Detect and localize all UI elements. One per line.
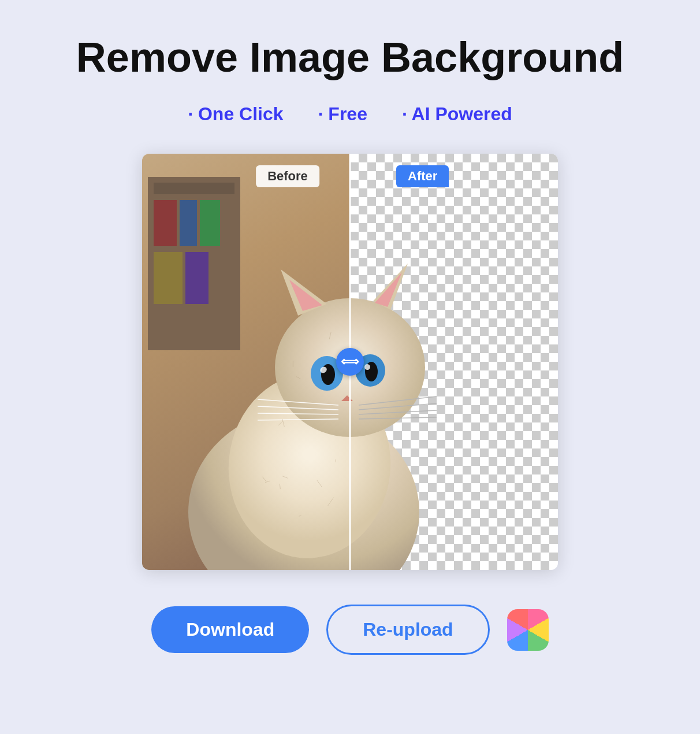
colors-button[interactable]	[507, 609, 549, 651]
drag-handle[interactable]: ⟺	[336, 348, 364, 376]
before-label: Before	[256, 165, 319, 187]
actions-row: Download Re-upload	[151, 605, 548, 655]
download-button[interactable]: Download	[151, 606, 309, 653]
after-label: After	[396, 165, 449, 187]
features-row: One Click Free AI Powered	[188, 103, 512, 125]
arrows-icon: ⟺	[341, 354, 359, 369]
comparison-container[interactable]: Before After ⟺	[142, 154, 558, 570]
feature-free: Free	[318, 103, 367, 125]
feature-one-click: One Click	[188, 103, 283, 125]
page-title: Remove Image Background	[76, 35, 624, 80]
feature-ai-powered: AI Powered	[402, 103, 512, 125]
reupload-button[interactable]: Re-upload	[326, 605, 489, 655]
